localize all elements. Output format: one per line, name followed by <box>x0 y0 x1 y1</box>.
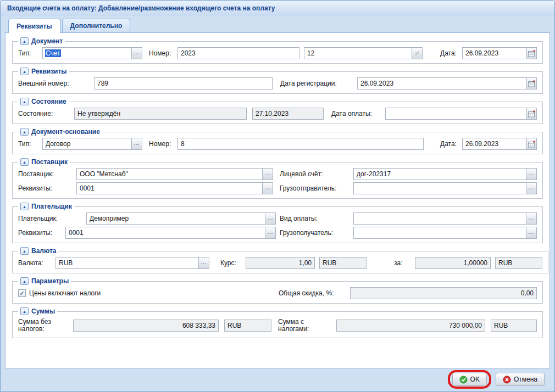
checkbox-label: Цены включают налоги <box>29 290 101 297</box>
field-label-date: Дата: <box>440 141 462 148</box>
section-legend: ▲ Реквизиты <box>18 68 69 75</box>
supplier-requisites-combo: … <box>76 182 273 194</box>
document-date-input[interactable] <box>463 48 526 59</box>
reg-date-field <box>357 77 537 89</box>
field-label-currency: Валюта: <box>18 260 56 267</box>
cancel-button[interactable]: Отмена <box>496 373 545 386</box>
browse-button[interactable]: … <box>526 213 536 224</box>
dialog-window: Входящие счета на оплату: Добавление/раз… <box>0 0 555 392</box>
collapse-icon: ▲ <box>23 249 26 253</box>
pay-date-input[interactable] <box>386 108 526 119</box>
collapse-button[interactable]: ▲ <box>20 158 29 166</box>
currency-input[interactable] <box>56 257 198 268</box>
field-label-date: Дата: <box>440 50 462 57</box>
browse-button[interactable]: … <box>526 183 536 194</box>
collapse-icon: ▲ <box>23 100 26 104</box>
browse-button[interactable]: … <box>262 169 273 180</box>
tab-label: Реквизиты <box>16 23 52 30</box>
payer-combo: … <box>86 212 276 225</box>
supplier-input[interactable] <box>77 169 262 180</box>
document-number2-input[interactable] <box>304 48 412 59</box>
basedoc-number-input[interactable] <box>177 138 424 150</box>
cancel-button-label: Отмена <box>514 376 537 383</box>
section-legend: ▲ Документ <box>18 37 65 45</box>
field-label-shipper: Грузоотправитель: <box>280 185 349 192</box>
calendar-button[interactable] <box>526 138 536 149</box>
calendar-button[interactable] <box>526 78 536 89</box>
section-document: ▲ Документ Тип: Счет … Номер: ✓ Дата: <box>12 37 543 64</box>
collapse-button[interactable]: ▲ <box>20 203 29 210</box>
cancel-icon <box>503 376 511 384</box>
field-label-account: Лицевой счёт: <box>280 171 349 178</box>
collapse-button[interactable]: ▲ <box>20 277 29 285</box>
collapse-icon: ▲ <box>23 40 26 43</box>
collapse-button[interactable]: ▲ <box>20 307 29 315</box>
section-parameters: ▲ Параметры ✓ Цены включают налоги Общая… <box>12 277 543 304</box>
check-button[interactable]: ✓ <box>412 48 422 59</box>
section-legend: ▲ Состояние <box>18 98 69 105</box>
tab-dopolnitelno[interactable]: Дополнительно <box>62 19 131 32</box>
supplier-requisites-input[interactable] <box>77 183 262 194</box>
browse-button[interactable]: … <box>198 257 209 268</box>
sum-net-currency-field <box>224 320 271 332</box>
section-base-document: ▲ Документ-основание Тип: … Номер: Дата: <box>12 128 543 154</box>
rate-value-field <box>246 257 315 269</box>
payer-requisites-combo: … <box>65 227 276 239</box>
basedoc-type-input[interactable] <box>43 138 131 149</box>
section-title: Поставщик <box>31 158 68 166</box>
per-currency-field <box>495 257 542 269</box>
browse-icon: … <box>528 216 535 219</box>
browse-button[interactable]: … <box>265 227 275 238</box>
field-label-state: Состояние: <box>18 110 74 117</box>
browse-button[interactable]: … <box>526 169 536 180</box>
ok-button[interactable]: OK <box>452 373 487 386</box>
basedoc-date-input[interactable] <box>463 138 526 149</box>
field-label-payment-type: Вид оплаты: <box>280 215 349 222</box>
browse-icon: … <box>134 141 140 144</box>
browse-button[interactable]: … <box>265 213 275 224</box>
collapse-button[interactable]: ▲ <box>20 128 29 136</box>
consignee-input[interactable] <box>354 227 526 238</box>
collapse-icon: ▲ <box>23 70 26 74</box>
button-bar: OK Отмена <box>5 368 550 388</box>
sum-gross-value-field <box>336 320 485 332</box>
account-combo: … <box>353 168 537 180</box>
browse-icon: … <box>201 260 207 264</box>
field-label-payer: Плательщик: <box>18 215 86 222</box>
collapse-icon: ▲ <box>23 205 26 209</box>
browse-icon: … <box>134 51 140 54</box>
browse-button[interactable]: … <box>131 48 142 59</box>
check-icon: ✓ <box>414 50 419 57</box>
field-label-requisites: Реквизиты: <box>18 185 76 192</box>
collapse-button[interactable]: ▲ <box>20 98 29 105</box>
payer-input[interactable] <box>87 213 265 224</box>
external-number-input[interactable] <box>94 77 273 89</box>
field-label-per: за: <box>394 260 408 267</box>
payer-requisites-input[interactable] <box>66 227 265 238</box>
shipper-combo: … <box>353 182 537 194</box>
tab-rekvizity[interactable]: Реквизиты <box>8 19 60 33</box>
collapse-button[interactable]: ▲ <box>20 247 29 255</box>
collapse-icon: ▲ <box>23 130 26 134</box>
browse-button[interactable]: … <box>262 183 273 194</box>
reg-date-input[interactable] <box>358 78 526 89</box>
document-number-input[interactable] <box>177 47 299 59</box>
section-legend: ▲ Документ-основание <box>18 128 102 136</box>
calendar-button[interactable] <box>526 108 536 119</box>
collapse-button[interactable]: ▲ <box>20 37 29 45</box>
account-input[interactable] <box>354 169 526 180</box>
browse-button[interactable]: … <box>526 227 536 238</box>
ok-button-label: OK <box>470 376 480 383</box>
calendar-button[interactable] <box>526 48 536 59</box>
payment-type-input[interactable] <box>354 213 526 224</box>
checkbox-prices-include-taxes[interactable]: ✓ <box>18 289 26 297</box>
payment-type-combo: … <box>353 212 537 225</box>
calendar-icon <box>528 50 535 57</box>
browse-icon: … <box>267 216 274 219</box>
shipper-input[interactable] <box>354 183 526 194</box>
document-type-value[interactable]: Счет <box>43 48 131 59</box>
section-title: Валюта <box>31 247 56 255</box>
browse-button[interactable]: … <box>131 138 142 149</box>
collapse-button[interactable]: ▲ <box>20 68 29 75</box>
browse-icon: … <box>264 171 271 175</box>
